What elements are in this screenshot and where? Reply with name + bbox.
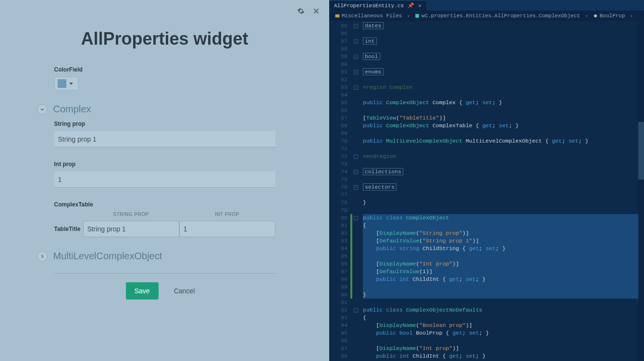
complextable-label: ComplexTable [54,201,275,208]
close-icon[interactable] [312,7,321,15]
line-gutter: 5556575859606162636465666768697071727374… [329,21,350,361]
section-toggle-complex[interactable] [37,104,48,115]
pin-icon[interactable]: 📌 [408,2,414,9]
fold-gutter: ++++--++---- [352,21,359,361]
cancel-button[interactable]: Cancel [165,282,204,300]
chevron-down-icon [69,83,73,85]
divider [54,273,275,274]
fold-toggle[interactable]: + [354,55,358,59]
fold-toggle[interactable]: + [354,170,358,174]
svg-rect-1 [415,14,419,18]
stringprop-label: String prop [54,120,275,127]
form-body: ColorField Complex String prop Int prop … [54,66,275,300]
scrollbar[interactable] [638,21,644,361]
fold-toggle[interactable]: + [354,70,358,74]
section-title-complex: Complex [53,104,91,115]
breadcrumb-project[interactable]: Miscellaneous Files [335,13,402,19]
fold-toggle[interactable]: - [354,85,358,90]
tab-label: AllPropertiesEntity.cs [334,3,404,9]
table-header-string: STRING PROP [83,212,179,217]
tab-bar: AllPropertiesEntity.cs 📌 ✕ [329,0,644,11]
table-cell-int[interactable] [179,221,275,237]
scrollbar-thumb[interactable] [638,122,644,180]
table-row-label: TableTitle [54,226,83,232]
code-lines[interactable]: dates int bool enums #region complex pub… [359,21,644,361]
table-cell-string[interactable] [83,221,179,237]
fold-toggle[interactable]: - [354,308,358,313]
svg-rect-0 [335,14,340,17]
colorfield-label: ColorField [54,66,275,73]
code-area[interactable]: 5556575859606162636465666768697071727374… [329,21,644,361]
fold-toggle[interactable]: - [354,216,358,220]
section-toggle-multilevel[interactable] [37,251,48,262]
intprop-label: Int prop [54,161,275,168]
fold-toggle[interactable]: + [354,39,358,44]
color-swatch-icon [58,79,66,88]
code-editor: AllPropertiesEntity.cs 📌 ✕ Miscellaneous… [329,0,644,361]
table-row: TableTitle [54,221,275,237]
fold-toggle[interactable]: + [354,24,358,28]
breadcrumb-namespace[interactable]: wC.properties.Entities.AllProperties.Com… [415,13,580,19]
save-button[interactable]: Save [126,282,159,300]
stringprop-input[interactable] [54,131,275,147]
editor-tab[interactable]: AllPropertiesEntity.cs 📌 ✕ [329,0,426,11]
breadcrumb: Miscellaneous Files ▾ wC.properties.Enti… [329,11,644,21]
fold-toggle[interactable]: + [354,185,358,190]
colorfield-picker[interactable] [54,77,78,90]
table-header-int: INT PROP [179,212,275,217]
dialog-panel: AllProperties widget ColorField Complex … [0,0,329,361]
intprop-input[interactable] [54,171,275,188]
fold-toggle[interactable]: - [354,155,358,159]
svg-point-2 [594,14,597,17]
section-title-multilevel: MultiLevelComplexObject [53,251,162,262]
dialog-title: AllProperties widget [81,29,248,49]
breadcrumb-member[interactable]: BoolProp [593,13,625,19]
gear-icon[interactable] [297,7,305,15]
tab-close-icon[interactable]: ✕ [418,2,421,9]
